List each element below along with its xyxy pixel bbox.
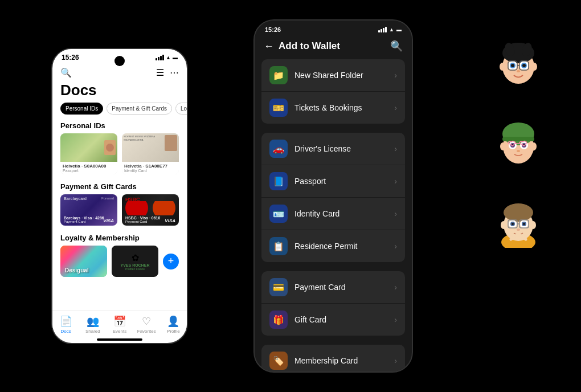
svg-point-11 xyxy=(522,64,526,67)
personal-ids-label: Personal IDs xyxy=(52,119,187,133)
svg-point-4 xyxy=(500,63,505,71)
wallet-section-3: 💳 Payment Card › 🎁 Gift Card › xyxy=(261,271,405,336)
tab-loyalty[interactable]: Loyalty & Me xyxy=(175,103,187,115)
nav-profile[interactable]: 👤 Profile xyxy=(160,315,187,334)
memoji-3-svg xyxy=(493,197,544,248)
chevron-icon: › xyxy=(394,356,397,365)
identity-card-label: Identity Card xyxy=(294,209,339,218)
svg-point-5 xyxy=(531,63,537,71)
barclays-card[interactable]: Barclaycard Forward VISA Barclays · Visa… xyxy=(60,194,117,226)
new-shared-folder-icon: 📁 xyxy=(269,66,288,84)
payment-card-label: Payment Card xyxy=(294,283,345,292)
chevron-icon: › xyxy=(394,283,397,292)
gift-card-icon: 🎁 xyxy=(269,311,288,329)
page-title: Docs xyxy=(52,81,187,103)
passport-item[interactable]: 📘 Passport › xyxy=(261,165,405,197)
wallet-section-2: 🚗 Driver's License › 📘 Passport › 🪪 Iden… xyxy=(261,133,405,262)
payment-cards-row: Barclaycard Forward VISA Barclays · Visa… xyxy=(52,194,187,231)
chevron-icon: › xyxy=(394,71,397,80)
svg-point-31 xyxy=(504,203,533,222)
identity-card-icon: 🪪 xyxy=(269,205,288,223)
layout-icon[interactable]: ☰ xyxy=(156,67,164,78)
right-status-bar: 15:26 ▲ ▬ xyxy=(255,21,412,35)
loyalty-row: Desigual ✿ YVES ROCHER Profitez France + xyxy=(52,246,187,277)
identity-card-name: Helvetia · S1A00E77 xyxy=(124,164,177,169)
back-button[interactable]: ← xyxy=(264,40,274,52)
left-status-icons: ▲ ▬ xyxy=(156,55,178,60)
svg-point-32 xyxy=(501,221,506,229)
svg-point-28 xyxy=(517,150,520,152)
events-nav-label: Events xyxy=(113,329,126,334)
wallet-section-4: 🏷️ Membership Card › ⭐ Loyalty Card › xyxy=(261,345,405,371)
right-phone: 15:26 ▲ ▬ ← Add to Wallet 🔍 📁 New xyxy=(253,19,413,373)
personal-ids-row: Helvetia · S0A00A00 Passport SCHWEIZ SUI… xyxy=(52,133,187,180)
new-shared-folder-item[interactable]: 📁 New Shared Folder › xyxy=(261,59,405,91)
passport-card[interactable]: Helvetia · S0A00A00 Passport xyxy=(60,133,117,174)
tab-payment-gift-cards[interactable]: Payment & Gift Cards xyxy=(107,103,172,115)
passport-label: Passport xyxy=(294,177,326,186)
membership-card-icon: 🏷️ xyxy=(269,352,288,370)
signal-bars xyxy=(156,55,164,60)
profile-nav-label: Profile xyxy=(167,329,180,334)
nav-docs[interactable]: 📄 Docs xyxy=(52,315,79,334)
residence-permit-item[interactable]: 📋 Residence Permit › xyxy=(261,230,405,262)
nav-favorites[interactable]: ♡ Favorites xyxy=(133,315,160,334)
add-loyalty-button[interactable]: + xyxy=(163,254,179,270)
tickets-bookings-item[interactable]: 🎫 Tickets & Bookings › xyxy=(261,92,405,124)
gift-card-item[interactable]: 🎁 Gift Card › xyxy=(261,304,405,336)
svg-point-20 xyxy=(531,142,537,150)
home-indicator xyxy=(97,338,142,341)
hsbc-card[interactable]: HSBC VISA HSBC · Visa · 0610 Payment Car… xyxy=(122,194,179,226)
desigual-card[interactable]: Desigual xyxy=(60,246,107,277)
drivers-license-label: Driver's License xyxy=(294,144,351,153)
identity-card-item[interactable]: 🪪 Identity Card › xyxy=(261,198,405,230)
bottom-nav: 📄 Docs 👥 Shared 📅 Events ♡ Favorites 👤 P… xyxy=(52,310,187,336)
memoji-1-svg xyxy=(493,37,544,88)
svg-point-15 xyxy=(517,70,520,72)
shared-nav-label: Shared xyxy=(85,329,100,334)
nav-shared[interactable]: 👥 Shared xyxy=(79,315,106,334)
loyalty-label: Loyalty & Membership xyxy=(52,231,187,246)
chevron-icon: › xyxy=(394,242,397,251)
left-time: 15:26 xyxy=(62,54,79,62)
left-status-bar: 15:26 ▲ ▬ xyxy=(52,49,187,64)
right-phone-header: ← Add to Wallet 🔍 xyxy=(255,35,412,59)
passport-card-type: Passport xyxy=(63,169,115,173)
identity-card[interactable]: SCHWEIZ SUISSE SVIZZERA SVIZRA HELVETIA … xyxy=(122,133,179,174)
yves-rocher-card[interactable]: ✿ YVES ROCHER Profitez France xyxy=(112,246,158,277)
favorites-nav-icon: ♡ xyxy=(142,315,151,328)
gift-card-label: Gift Card xyxy=(294,315,326,324)
drivers-license-icon: 🚗 xyxy=(269,140,288,158)
tickets-icon: 🎫 xyxy=(269,99,288,117)
payment-card-item[interactable]: 💳 Payment Card › xyxy=(261,271,405,303)
svg-point-39 xyxy=(523,223,525,225)
shared-nav-icon: 👥 xyxy=(87,315,99,328)
chevron-icon: › xyxy=(394,177,397,186)
membership-card-label: Membership Card xyxy=(294,356,358,365)
payment-cards-label: Payment & Gift Cards xyxy=(52,180,187,194)
new-shared-folder-label: New Shared Folder xyxy=(294,71,363,80)
more-icon[interactable]: ⋯ xyxy=(170,67,179,78)
svg-point-33 xyxy=(530,221,536,229)
docs-nav-icon: 📄 xyxy=(60,315,72,328)
docs-toolbar: 🔍 ☰ ⋯ xyxy=(52,64,187,81)
drivers-license-item[interactable]: 🚗 Driver's License › xyxy=(261,133,405,165)
docs-tabs: Personal IDs Payment & Gift Cards Loyalt… xyxy=(52,103,187,119)
chevron-icon: › xyxy=(394,144,397,153)
search-button[interactable]: 🔍 xyxy=(390,40,403,52)
identity-card-type: Identity Card xyxy=(124,169,177,173)
chevron-icon: › xyxy=(394,209,397,218)
nav-events[interactable]: 📅 Events xyxy=(106,315,133,334)
membership-card-item[interactable]: 🏷️ Membership Card › xyxy=(261,345,405,371)
svg-point-19 xyxy=(500,142,506,150)
svg-point-10 xyxy=(511,64,514,67)
chevron-icon: › xyxy=(394,315,397,324)
svg-point-38 xyxy=(512,223,514,225)
tab-personal-ids[interactable]: Personal IDs xyxy=(60,103,103,115)
search-icon[interactable]: 🔍 xyxy=(60,67,72,78)
chevron-icon: › xyxy=(394,103,397,112)
svg-rect-18 xyxy=(502,137,534,141)
events-nav-icon: 📅 xyxy=(113,315,126,328)
profile-nav-icon: 👤 xyxy=(167,315,179,328)
left-phone-content: 🔍 ☰ ⋯ Docs Personal IDs Payment & Gift C… xyxy=(52,64,187,310)
